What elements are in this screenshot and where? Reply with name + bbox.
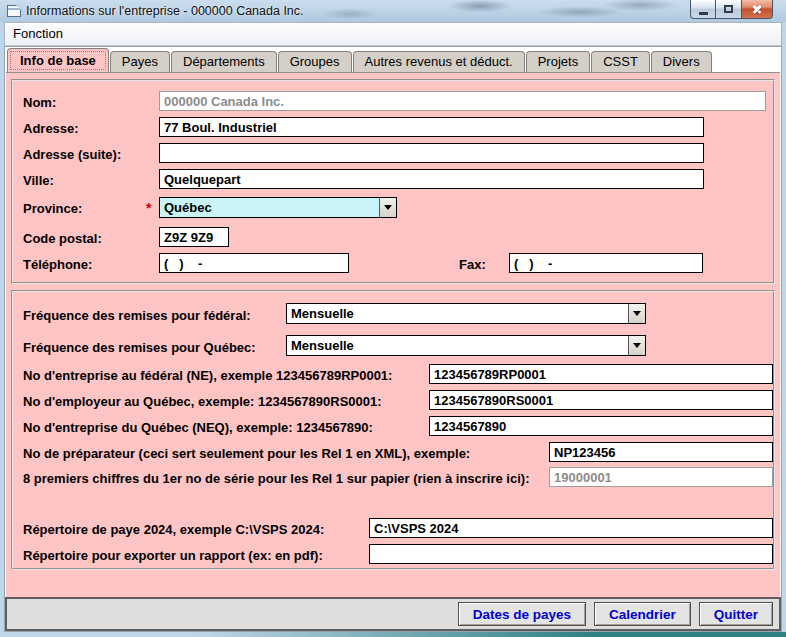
ne-field[interactable] — [429, 364, 773, 384]
quitter-button[interactable]: Quitter — [699, 602, 773, 626]
repertoire-paye-label: Répertoire de paye 2024, exemple C:\VSPS… — [23, 520, 324, 540]
freq-quebec-combobox[interactable]: Mensuelle — [286, 335, 646, 356]
adresse-label: Adresse: — [23, 119, 79, 139]
tab-groupes[interactable]: Groupes — [278, 51, 352, 72]
preparateur-field[interactable] — [549, 442, 773, 462]
chevron-down-icon[interactable] — [628, 336, 645, 355]
neq-label: No d'entreprise du Québec (NEQ), exemple… — [23, 418, 373, 438]
neq-field[interactable] — [429, 416, 773, 436]
repertoire-paye-field[interactable] — [369, 518, 773, 538]
telephone-field[interactable] — [159, 253, 349, 273]
repertoire-export-field[interactable] — [369, 544, 773, 564]
footer-bar: Dates de payes Calendrier Quitter — [5, 597, 781, 631]
preparateur-label: No de préparateur (ceci sert seulement p… — [23, 444, 470, 464]
freq-quebec-value: Mensuelle — [287, 336, 628, 355]
ville-field[interactable] — [159, 169, 704, 189]
rs-label: No d'employeur au Québec, exemple: 12345… — [23, 392, 382, 412]
repertoire-export-label: Répertoire pour exporter un rapport (ex:… — [23, 546, 323, 566]
chevron-down-icon[interactable] — [379, 198, 396, 217]
freq-federal-combobox[interactable]: Mensuelle — [286, 303, 646, 324]
fax-label: Fax: — [459, 255, 486, 275]
tab-strip: Info de base Payes Départements Groupes … — [5, 47, 781, 72]
app-window: Informations sur l'entreprise - 000000 C… — [0, 0, 786, 637]
calendrier-button[interactable]: Calendrier — [594, 602, 691, 626]
province-value: Québec — [160, 198, 379, 217]
nom-field — [159, 91, 766, 111]
tab-projets[interactable]: Projets — [526, 51, 590, 72]
freq-federal-value: Mensuelle — [287, 304, 628, 323]
close-button[interactable] — [742, 0, 773, 19]
tab-autres-revenus[interactable]: Autres revenus et déduct. — [353, 51, 525, 72]
ne-label: No d'entreprise au fédéral (NE), exemple… — [23, 366, 392, 386]
required-asterisk: * — [146, 200, 151, 216]
telephone-label: Téléphone: — [23, 255, 92, 275]
tab-csst[interactable]: CSST — [591, 51, 650, 72]
tab-info-de-base[interactable]: Info de base — [7, 48, 109, 72]
dates-de-payes-button[interactable]: Dates de payes — [458, 602, 586, 626]
code-postal-field[interactable] — [159, 227, 229, 247]
serie-field — [549, 467, 773, 487]
maximize-button[interactable] — [716, 0, 742, 19]
adresse-field[interactable] — [159, 117, 704, 137]
adresse-suite-field[interactable] — [159, 143, 704, 163]
code-postal-label: Code postal: — [23, 229, 102, 249]
adresse-suite-label: Adresse (suite): — [23, 145, 121, 165]
close-icon — [751, 3, 763, 15]
menubar: Fonction — [4, 22, 782, 46]
fax-field[interactable] — [509, 253, 703, 273]
nom-label: Nom: — [23, 93, 56, 113]
groupbox-remittance: Fréquence des remises pour fédéral: Mens… — [11, 290, 775, 570]
tabpage-info-de-base: Nom: Adresse: Adresse (suite): Ville: Pr… — [6, 72, 780, 597]
minimize-button[interactable] — [690, 0, 716, 19]
window-controls — [690, 0, 773, 19]
minimize-icon — [699, 12, 708, 15]
form-icon — [7, 5, 21, 17]
tab-payes[interactable]: Payes — [110, 51, 170, 72]
tab-divers[interactable]: Divers — [651, 51, 712, 72]
ville-label: Ville: — [23, 171, 54, 191]
freq-quebec-label: Fréquence des remises pour Québec: — [23, 338, 256, 358]
serie-label: 8 premiers chiffres du 1er no de série p… — [23, 469, 529, 489]
chevron-down-icon[interactable] — [628, 304, 645, 323]
rs-field[interactable] — [429, 390, 773, 410]
window-title: Informations sur l'entreprise - 000000 C… — [26, 4, 304, 18]
tab-departements[interactable]: Départements — [171, 51, 277, 72]
province-combobox[interactable]: Québec — [159, 197, 397, 218]
window-bottom-edge — [0, 632, 786, 637]
groupbox-identity: Nom: Adresse: Adresse (suite): Ville: Pr… — [11, 79, 775, 284]
maximize-icon — [724, 5, 733, 13]
freq-federal-label: Fréquence des remises pour fédéral: — [23, 306, 251, 326]
titlebar[interactable]: Informations sur l'entreprise - 000000 C… — [0, 0, 786, 22]
menu-fonction[interactable]: Fonction — [5, 23, 71, 41]
content-area: Info de base Payes Départements Groupes … — [4, 46, 782, 632]
province-label: Province: — [23, 199, 82, 219]
